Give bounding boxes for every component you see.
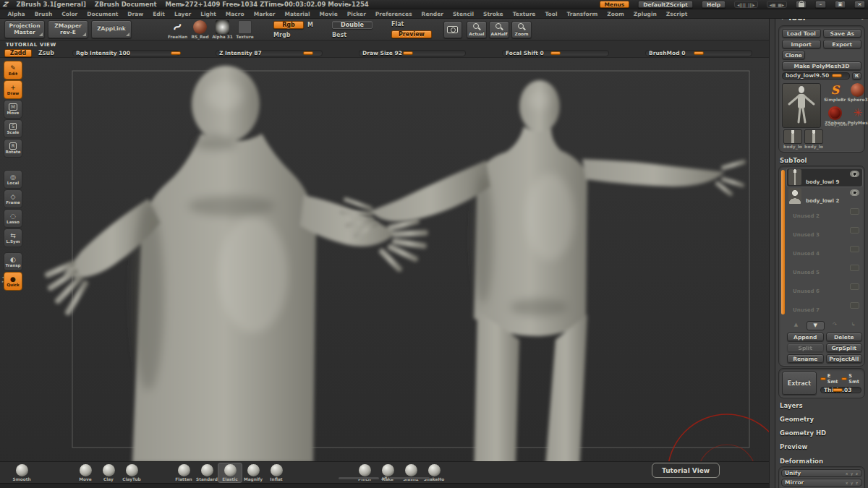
shelf-slider[interactable]: Focal Shift 0 [502,50,609,56]
left-tray-grip[interactable]: ◂ ▸ [0,275,6,283]
snapshot-button[interactable] [443,21,462,38]
subtool-scrollbar[interactable] [781,170,785,314]
tool-action-button[interactable]: Load Tool [782,29,821,38]
quick-pick-item[interactable]: Texture [235,20,255,39]
deformation-header[interactable]: Deformation [780,458,865,465]
tray-divider[interactable]: ▲▼ [339,476,430,480]
left-tool-button[interactable]: ✎ Edit [4,61,22,80]
subtool-action-button[interactable]: Rename [787,354,824,363]
menu-item[interactable]: Document [82,11,123,17]
zoom-button[interactable]: Zoom [511,21,532,38]
menu-item[interactable]: Alpha [3,11,30,17]
s-smt-handle[interactable] [841,377,847,380]
visibility-eye-icon[interactable] [850,227,859,234]
window-restore-button[interactable]: ▣ [835,1,846,8]
window-minimize-button[interactable]: – [815,1,826,8]
preview-toggle[interactable]: Preview [391,30,432,38]
menu-item[interactable]: Material [280,11,315,17]
subtool-arrow-button[interactable]: ▼ [807,321,825,330]
right-tray-divider[interactable]: ◂ [769,9,775,488]
menu-item[interactable]: Render [417,11,448,17]
subtool-header[interactable]: SubTool [780,157,865,164]
subtool-arrow-button[interactable]: ▲ [788,321,804,330]
menu-item[interactable]: Brush [30,11,57,17]
sculpt-canvas[interactable]: ✎ Edit + Draw M Move S Scale R Rotate ◎ … [0,58,769,488]
shelf-slider[interactable]: BrushMod 0 [645,50,752,56]
palette-section-header[interactable]: Geometry [778,412,865,426]
shelf-slider[interactable]: Z Intensity 87 [216,50,323,56]
menu-item[interactable]: Marker [249,11,280,17]
palette-tool[interactable]: Sphere3 [848,83,868,106]
brush-item[interactable]: Magnify [242,463,265,482]
tray-left-icon[interactable]: ◂▦ [770,2,776,7]
left-tool-button[interactable]: + Draw [4,80,22,99]
visibility-eye-icon[interactable] [850,246,859,252]
tray-toggle-buttons[interactable]: ◂▦ ▦▸ [767,1,787,8]
palette-section-header[interactable]: Layers [778,398,865,412]
palette-section-header[interactable]: Geometry HD [778,426,865,440]
brush-item[interactable]: Smooth [10,463,33,482]
slider-handle[interactable] [694,51,704,55]
tray-right-icon[interactable]: ▦▸ [778,2,784,7]
subtool-arrow-button[interactable]: ↳ [845,321,861,330]
menu-item[interactable]: Preferences [370,11,417,17]
brush-item[interactable]: ClayTub [120,463,143,482]
rgb-toggle[interactable]: Rgb [273,21,304,29]
brush-item[interactable]: Flatten [172,463,195,482]
thick-slider-handle[interactable] [833,388,843,392]
scroll-left-icon[interactable]: ◂|||| [737,2,746,7]
window-close-button[interactable]: × [854,1,865,8]
help-button[interactable]: Help [702,1,726,8]
menu-item[interactable]: Zoom [603,11,629,17]
left-tool-button[interactable]: R Rotate [4,139,22,158]
slider-handle[interactable] [303,51,313,55]
extract-button[interactable]: Extract [782,372,817,395]
tutorial-view-button[interactable]: Tutorial View [652,463,720,478]
menu-item[interactable]: Color [57,11,82,17]
menu-item[interactable]: Macro [221,11,249,17]
tool-action-button[interactable]: Save As [823,29,862,38]
scroll-right-icon[interactable]: |||▸ [748,2,755,7]
subtool-item[interactable]: body_lowl 2 [787,187,862,205]
default-zscript-button[interactable]: DefaultZScript [638,1,693,8]
tool-slider-handle[interactable] [832,74,842,77]
mrgb-toggle[interactable]: Mrgb [273,32,313,38]
menu-item[interactable]: Zscript [661,11,692,17]
brush-item[interactable]: Move [74,463,97,482]
subtool-action-button[interactable]: ProjectAll [826,354,863,363]
left-tool-button[interactable]: ◎ Local [4,170,22,189]
slider-handle[interactable] [403,51,413,55]
visibility-eye-icon[interactable] [850,208,859,215]
left-tool-button[interactable]: ● Quick [4,272,22,291]
subtool-item[interactable]: Unused 7 [787,300,862,318]
flat-toggle[interactable]: Flat [391,21,432,27]
shelf-scroll-buttons[interactable]: ◂|||| |||▸ [734,1,757,8]
menu-item[interactable]: Edit [148,11,170,17]
menus-button[interactable]: Menus [600,1,630,8]
slider-handle[interactable] [171,51,181,55]
tool-resolution-slider[interactable]: body_lowl9.50 [782,72,850,80]
shelf-slider[interactable]: Rgb Intensity 100 [72,50,179,56]
menu-item[interactable]: Transform [562,11,603,17]
axis-toggles[interactable]: x y z [846,471,859,476]
shelf-slider[interactable]: Draw Size 92 [359,50,466,56]
zoom-button[interactable]: AAHalf [489,21,509,38]
tool-action-button[interactable]: Make PolyMesh3D [782,61,861,70]
quick-pick-item[interactable]: Alpha 31 [213,20,232,39]
subtool-action-button[interactable]: Split [787,343,824,352]
quick-pick-item[interactable]: 〜 FreeHan [168,20,187,39]
subtool-item[interactable]: Unused 5 [787,262,862,281]
subtool-item[interactable]: Unused 3 [787,225,862,243]
deformation-button[interactable]: Mirror x y z [781,479,862,487]
menu-item[interactable]: Picker [342,11,370,17]
menu-item[interactable]: Texture [508,11,540,17]
active-tool-thumbnail[interactable]: body_lowl 9 [782,83,821,128]
s-smt-label[interactable]: S Smt [848,373,861,385]
left-tool-button[interactable]: ◌ Lasso [4,209,22,228]
subtool-item[interactable]: Unused 4 [787,244,862,262]
subtool-action-button[interactable]: GrpSplit [826,343,863,352]
subtool-item[interactable]: body_lowl 9 [787,168,862,187]
tool-action-button[interactable]: Export [823,40,862,48]
axis-toggles[interactable]: x y z [846,481,859,485]
left-tool-button[interactable]: ◐ Transp [4,252,22,271]
